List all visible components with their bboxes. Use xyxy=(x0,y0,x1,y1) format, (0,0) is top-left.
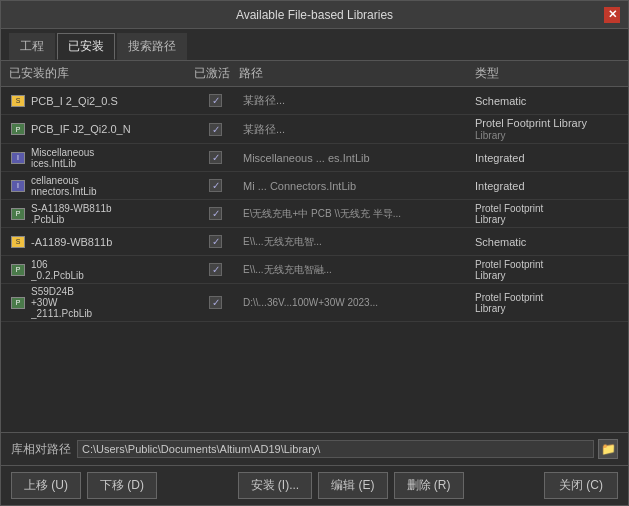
dialog-title: Available File-based Libraries xyxy=(25,8,604,22)
footer-path-bar: 库相对路径 C:\Users\Public\Documents\Altium\A… xyxy=(1,432,628,465)
schematic-icon: S xyxy=(11,95,25,107)
row-icon: I xyxy=(9,150,27,166)
move-down-button[interactable]: 下移 (D) xyxy=(87,472,157,499)
row-checkbox[interactable] xyxy=(188,179,243,192)
row-checkbox[interactable] xyxy=(188,151,243,164)
row-name: Miscellaneousices.IntLib xyxy=(31,147,188,169)
table-row[interactable]: S PCB_I 2_Qi2_0.S 某路径... Schematic xyxy=(1,87,628,115)
tab-bar: 工程 已安装 搜索路径 xyxy=(1,29,628,61)
row-path: E\无线充电+中 PCB \\无线充 半导... xyxy=(243,207,475,221)
dialog: Available File-based Libraries ✕ 工程 已安装 … xyxy=(0,0,629,506)
pcb-icon: P xyxy=(11,123,25,135)
row-type: Schematic xyxy=(475,95,620,107)
close-title-button[interactable]: ✕ xyxy=(604,7,620,23)
checkbox-icon[interactable] xyxy=(209,207,222,220)
row-path: E\\...无线充电智... xyxy=(243,235,475,249)
table-row[interactable]: I Miscellaneousices.IntLib Miscellaneous… xyxy=(1,144,628,172)
table-row[interactable]: I cellaneousnnectors.IntLib Mi ... Conne… xyxy=(1,172,628,200)
path-label: 库相对路径 xyxy=(11,441,71,458)
table-body: S PCB_I 2_Qi2_0.S 某路径... Schematic P PCB… xyxy=(1,87,628,432)
row-checkbox[interactable] xyxy=(188,296,243,309)
row-icon: P xyxy=(9,206,27,222)
row-checkbox[interactable] xyxy=(188,123,243,136)
intlib-icon: I xyxy=(11,152,25,164)
edit-button[interactable]: 编辑 (E) xyxy=(318,472,387,499)
row-checkbox[interactable] xyxy=(188,235,243,248)
row-type: Protel FootprintLibrary xyxy=(475,203,620,225)
row-path: 某路径... xyxy=(243,122,475,137)
row-checkbox[interactable] xyxy=(188,207,243,220)
intlib-icon: I xyxy=(11,180,25,192)
tab-installed[interactable]: 已安装 xyxy=(57,33,115,60)
row-name: S-A1189-WB811b.PcbLib xyxy=(31,203,188,225)
row-path: 某路径... xyxy=(243,93,475,108)
close-button[interactable]: 关闭 (C) xyxy=(544,472,618,499)
header-name: 已安装的库 xyxy=(9,65,184,82)
checkbox-icon[interactable] xyxy=(209,151,222,164)
row-type: Integrated xyxy=(475,180,620,192)
row-type: Protel Footprint Library Library xyxy=(475,117,620,141)
checkbox-icon[interactable] xyxy=(209,179,222,192)
schematic-icon: S xyxy=(11,236,25,248)
row-name: -A1189-WB811b xyxy=(31,236,188,248)
row-icon: P xyxy=(9,121,27,137)
pcb-icon: P xyxy=(11,297,25,309)
row-type: Schematic xyxy=(475,236,620,248)
title-bar: Available File-based Libraries ✕ xyxy=(1,1,628,29)
remove-button[interactable]: 删除 (R) xyxy=(394,472,464,499)
browse-button[interactable]: 📁 xyxy=(598,439,618,459)
checkbox-icon[interactable] xyxy=(209,263,222,276)
button-bar: 上移 (U) 下移 (D) 安装 (I)... 编辑 (E) 删除 (R) 关闭… xyxy=(1,465,628,505)
row-path: Mi ... Connectors.IntLib xyxy=(243,180,475,192)
row-name: PCB_I 2_Qi2_0.S xyxy=(31,95,188,107)
row-checkbox[interactable] xyxy=(188,94,243,107)
table-row[interactable]: P S-A1189-WB811b.PcbLib E\无线充电+中 PCB \\无… xyxy=(1,200,628,228)
row-icon: P xyxy=(9,295,27,311)
table-row[interactable]: P PCB_IF J2_Qi2.0_N 某路径... Protel Footpr… xyxy=(1,115,628,144)
tab-project[interactable]: 工程 xyxy=(9,33,55,60)
header-path: 路径 xyxy=(239,65,475,82)
checkbox-icon[interactable] xyxy=(209,296,222,309)
row-type: Protel FootprintLibrary xyxy=(475,259,620,281)
path-input[interactable]: C:\Users\Public\Documents\Altium\AD19\Li… xyxy=(77,440,594,458)
checkbox-icon[interactable] xyxy=(209,123,222,136)
row-name: 106_0.2.PcbLib xyxy=(31,259,188,281)
row-name: cellaneousnnectors.IntLib xyxy=(31,175,188,197)
pcb-icon: P xyxy=(11,208,25,220)
row-name: S59D24B+30W_2111.PcbLib xyxy=(31,286,188,319)
row-path: D:\\...36V...100W+30W 2023... xyxy=(243,297,475,308)
row-icon: S xyxy=(9,234,27,250)
header-type: 类型 xyxy=(475,65,620,82)
table-row[interactable]: P 106_0.2.PcbLib E\\...无线充电智融... Protel … xyxy=(1,256,628,284)
row-path: E\\...无线充电智融... xyxy=(243,263,475,277)
row-type: Integrated xyxy=(475,152,620,164)
move-up-button[interactable]: 上移 (U) xyxy=(11,472,81,499)
tab-search-path[interactable]: 搜索路径 xyxy=(117,33,187,60)
row-icon: S xyxy=(9,93,27,109)
pcb-icon: P xyxy=(11,264,25,276)
table-row[interactable]: P S59D24B+30W_2111.PcbLib D:\\...36V...1… xyxy=(1,284,628,322)
header-active: 已激活 xyxy=(184,65,239,82)
checkbox-icon[interactable] xyxy=(209,235,222,248)
row-type: Protel FootprintLibrary xyxy=(475,292,620,314)
row-checkbox[interactable] xyxy=(188,263,243,276)
checkbox-icon[interactable] xyxy=(209,94,222,107)
row-icon: P xyxy=(9,262,27,278)
install-button[interactable]: 安装 (I)... xyxy=(238,472,313,499)
table-row[interactable]: S -A1189-WB811b E\\...无线充电智... Schematic xyxy=(1,228,628,256)
row-icon: I xyxy=(9,178,27,194)
row-name: PCB_IF J2_Qi2.0_N xyxy=(31,123,188,135)
table-header: 已安装的库 已激活 路径 类型 xyxy=(1,61,628,87)
row-path: Miscellaneous ... es.IntLib xyxy=(243,152,475,164)
